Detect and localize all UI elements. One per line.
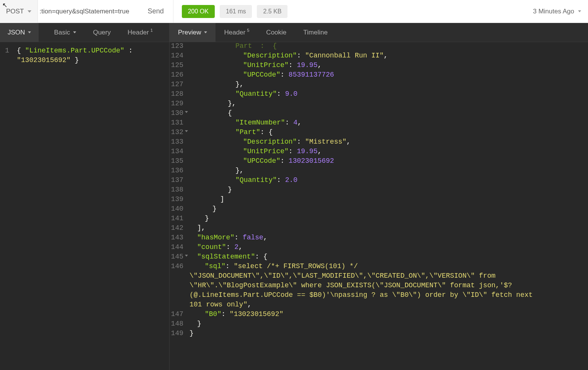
response-panel: Preview Header5 Cookie Timeline 123 Part… [170,23,588,370]
tab-query[interactable]: Query [85,23,119,42]
request-tabs: JSON Basic Query Header1 [0,23,169,42]
tab-timeline[interactable]: Timeline [295,23,336,42]
fold-icon[interactable] [185,255,188,257]
http-method-label: POST [6,8,24,15]
time-ago-label: 3 Minutes Ago [533,8,574,15]
chevron-down-icon [578,10,581,12]
send-button[interactable]: Send [139,0,173,23]
request-body-editor[interactable]: 1 { "LineItems.Part.UPCCode" : "13023015… [0,42,169,370]
chevron-down-icon [204,31,207,33]
mouse-cursor-icon: ↖ [2,2,7,9]
tab-preview[interactable]: Preview [170,23,216,42]
time-ago-select[interactable]: 3 Minutes Ago [533,8,581,15]
request-panel: JSON Basic Query Header1 1 { "LineItems.… [0,23,170,370]
tab-json[interactable]: JSON [0,23,39,42]
tab-header-resp[interactable]: Header5 [216,23,258,42]
tab-basic[interactable]: Basic [46,23,85,42]
request-toolbar: ↖ POST :tion=query&sqlStatement=true Sen… [0,0,588,23]
status-badge: 200 OK [182,5,215,18]
response-body[interactable]: 123 Part : { 124 "Description": "Cannonb… [170,38,588,370]
chevron-down-icon [28,31,31,33]
chevron-down-icon [73,31,76,33]
latency-badge: 161 ms [220,5,252,18]
divider [173,0,173,23]
fold-icon[interactable] [185,111,188,113]
url-input[interactable]: :tion=query&sqlStatement=true [38,8,129,15]
tab-cookie[interactable]: Cookie [258,23,295,42]
chevron-down-icon [28,10,31,13]
size-badge: 2.5 KB [257,5,287,18]
line-number: 1 [0,46,13,56]
tab-header-req[interactable]: Header1 [119,23,161,42]
request-body-text: { "LineItems.Part.UPCCode" : [13,46,164,56]
fold-icon[interactable] [185,130,188,132]
request-body-text: "13023015692" } [13,56,164,65]
url-text: :tion=query&sqlStatement=true [39,8,129,15]
